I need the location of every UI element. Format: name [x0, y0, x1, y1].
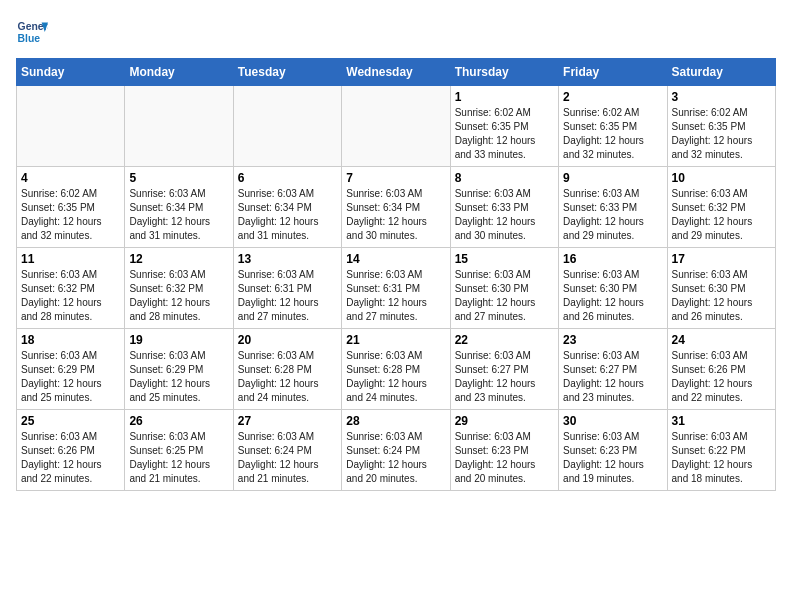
column-header-wednesday: Wednesday — [342, 59, 450, 86]
day-info: Sunrise: 6:02 AM Sunset: 6:35 PM Dayligh… — [563, 106, 662, 162]
day-info: Sunrise: 6:03 AM Sunset: 6:23 PM Dayligh… — [563, 430, 662, 486]
day-cell: 17Sunrise: 6:03 AM Sunset: 6:30 PM Dayli… — [667, 248, 775, 329]
day-info: Sunrise: 6:03 AM Sunset: 6:30 PM Dayligh… — [563, 268, 662, 324]
day-number: 13 — [238, 252, 337, 266]
day-number: 31 — [672, 414, 771, 428]
day-cell — [125, 86, 233, 167]
day-cell: 24Sunrise: 6:03 AM Sunset: 6:26 PM Dayli… — [667, 329, 775, 410]
day-cell: 23Sunrise: 6:03 AM Sunset: 6:27 PM Dayli… — [559, 329, 667, 410]
day-cell: 31Sunrise: 6:03 AM Sunset: 6:22 PM Dayli… — [667, 410, 775, 491]
day-cell: 10Sunrise: 6:03 AM Sunset: 6:32 PM Dayli… — [667, 167, 775, 248]
day-cell: 5Sunrise: 6:03 AM Sunset: 6:34 PM Daylig… — [125, 167, 233, 248]
day-number: 11 — [21, 252, 120, 266]
day-info: Sunrise: 6:03 AM Sunset: 6:33 PM Dayligh… — [455, 187, 554, 243]
day-cell: 12Sunrise: 6:03 AM Sunset: 6:32 PM Dayli… — [125, 248, 233, 329]
day-cell: 20Sunrise: 6:03 AM Sunset: 6:28 PM Dayli… — [233, 329, 341, 410]
column-header-friday: Friday — [559, 59, 667, 86]
week-row-3: 11Sunrise: 6:03 AM Sunset: 6:32 PM Dayli… — [17, 248, 776, 329]
day-cell: 7Sunrise: 6:03 AM Sunset: 6:34 PM Daylig… — [342, 167, 450, 248]
day-number: 2 — [563, 90, 662, 104]
column-header-tuesday: Tuesday — [233, 59, 341, 86]
day-cell: 4Sunrise: 6:02 AM Sunset: 6:35 PM Daylig… — [17, 167, 125, 248]
day-cell: 1Sunrise: 6:02 AM Sunset: 6:35 PM Daylig… — [450, 86, 558, 167]
day-cell: 27Sunrise: 6:03 AM Sunset: 6:24 PM Dayli… — [233, 410, 341, 491]
day-info: Sunrise: 6:03 AM Sunset: 6:34 PM Dayligh… — [238, 187, 337, 243]
day-number: 9 — [563, 171, 662, 185]
day-cell: 18Sunrise: 6:03 AM Sunset: 6:29 PM Dayli… — [17, 329, 125, 410]
day-cell: 28Sunrise: 6:03 AM Sunset: 6:24 PM Dayli… — [342, 410, 450, 491]
day-number: 5 — [129, 171, 228, 185]
day-number: 23 — [563, 333, 662, 347]
day-number: 27 — [238, 414, 337, 428]
column-header-thursday: Thursday — [450, 59, 558, 86]
day-info: Sunrise: 6:03 AM Sunset: 6:34 PM Dayligh… — [129, 187, 228, 243]
day-info: Sunrise: 6:03 AM Sunset: 6:23 PM Dayligh… — [455, 430, 554, 486]
day-info: Sunrise: 6:03 AM Sunset: 6:26 PM Dayligh… — [672, 349, 771, 405]
day-info: Sunrise: 6:03 AM Sunset: 6:22 PM Dayligh… — [672, 430, 771, 486]
week-row-1: 1Sunrise: 6:02 AM Sunset: 6:35 PM Daylig… — [17, 86, 776, 167]
day-info: Sunrise: 6:03 AM Sunset: 6:32 PM Dayligh… — [21, 268, 120, 324]
week-row-5: 25Sunrise: 6:03 AM Sunset: 6:26 PM Dayli… — [17, 410, 776, 491]
day-number: 18 — [21, 333, 120, 347]
calendar-header-row: SundayMondayTuesdayWednesdayThursdayFrid… — [17, 59, 776, 86]
column-header-monday: Monday — [125, 59, 233, 86]
day-number: 14 — [346, 252, 445, 266]
day-number: 22 — [455, 333, 554, 347]
page-header: General Blue — [16, 16, 776, 48]
svg-text:Blue: Blue — [18, 33, 41, 44]
day-number: 24 — [672, 333, 771, 347]
day-info: Sunrise: 6:03 AM Sunset: 6:30 PM Dayligh… — [455, 268, 554, 324]
day-cell — [342, 86, 450, 167]
day-number: 28 — [346, 414, 445, 428]
day-info: Sunrise: 6:02 AM Sunset: 6:35 PM Dayligh… — [21, 187, 120, 243]
day-cell: 2Sunrise: 6:02 AM Sunset: 6:35 PM Daylig… — [559, 86, 667, 167]
day-cell: 14Sunrise: 6:03 AM Sunset: 6:31 PM Dayli… — [342, 248, 450, 329]
day-number: 3 — [672, 90, 771, 104]
day-number: 21 — [346, 333, 445, 347]
day-number: 19 — [129, 333, 228, 347]
day-number: 4 — [21, 171, 120, 185]
day-info: Sunrise: 6:03 AM Sunset: 6:31 PM Dayligh… — [346, 268, 445, 324]
day-cell: 9Sunrise: 6:03 AM Sunset: 6:33 PM Daylig… — [559, 167, 667, 248]
day-cell: 30Sunrise: 6:03 AM Sunset: 6:23 PM Dayli… — [559, 410, 667, 491]
day-info: Sunrise: 6:03 AM Sunset: 6:24 PM Dayligh… — [346, 430, 445, 486]
logo: General Blue — [16, 16, 48, 48]
day-number: 8 — [455, 171, 554, 185]
day-number: 29 — [455, 414, 554, 428]
day-info: Sunrise: 6:03 AM Sunset: 6:31 PM Dayligh… — [238, 268, 337, 324]
day-info: Sunrise: 6:03 AM Sunset: 6:29 PM Dayligh… — [21, 349, 120, 405]
day-cell: 19Sunrise: 6:03 AM Sunset: 6:29 PM Dayli… — [125, 329, 233, 410]
day-cell: 21Sunrise: 6:03 AM Sunset: 6:28 PM Dayli… — [342, 329, 450, 410]
day-info: Sunrise: 6:03 AM Sunset: 6:25 PM Dayligh… — [129, 430, 228, 486]
day-info: Sunrise: 6:03 AM Sunset: 6:30 PM Dayligh… — [672, 268, 771, 324]
day-info: Sunrise: 6:03 AM Sunset: 6:32 PM Dayligh… — [672, 187, 771, 243]
day-cell — [17, 86, 125, 167]
day-cell — [233, 86, 341, 167]
day-number: 16 — [563, 252, 662, 266]
day-cell: 3Sunrise: 6:02 AM Sunset: 6:35 PM Daylig… — [667, 86, 775, 167]
day-number: 17 — [672, 252, 771, 266]
day-number: 20 — [238, 333, 337, 347]
day-info: Sunrise: 6:03 AM Sunset: 6:27 PM Dayligh… — [563, 349, 662, 405]
day-number: 7 — [346, 171, 445, 185]
day-cell: 26Sunrise: 6:03 AM Sunset: 6:25 PM Dayli… — [125, 410, 233, 491]
day-cell: 6Sunrise: 6:03 AM Sunset: 6:34 PM Daylig… — [233, 167, 341, 248]
day-cell: 13Sunrise: 6:03 AM Sunset: 6:31 PM Dayli… — [233, 248, 341, 329]
day-number: 15 — [455, 252, 554, 266]
day-cell: 29Sunrise: 6:03 AM Sunset: 6:23 PM Dayli… — [450, 410, 558, 491]
day-cell: 22Sunrise: 6:03 AM Sunset: 6:27 PM Dayli… — [450, 329, 558, 410]
day-number: 6 — [238, 171, 337, 185]
day-info: Sunrise: 6:03 AM Sunset: 6:33 PM Dayligh… — [563, 187, 662, 243]
day-info: Sunrise: 6:03 AM Sunset: 6:24 PM Dayligh… — [238, 430, 337, 486]
day-number: 10 — [672, 171, 771, 185]
day-info: Sunrise: 6:03 AM Sunset: 6:29 PM Dayligh… — [129, 349, 228, 405]
column-header-sunday: Sunday — [17, 59, 125, 86]
day-cell: 16Sunrise: 6:03 AM Sunset: 6:30 PM Dayli… — [559, 248, 667, 329]
column-header-saturday: Saturday — [667, 59, 775, 86]
day-cell: 11Sunrise: 6:03 AM Sunset: 6:32 PM Dayli… — [17, 248, 125, 329]
day-info: Sunrise: 6:03 AM Sunset: 6:28 PM Dayligh… — [238, 349, 337, 405]
week-row-2: 4Sunrise: 6:02 AM Sunset: 6:35 PM Daylig… — [17, 167, 776, 248]
day-number: 30 — [563, 414, 662, 428]
day-info: Sunrise: 6:02 AM Sunset: 6:35 PM Dayligh… — [455, 106, 554, 162]
day-info: Sunrise: 6:03 AM Sunset: 6:34 PM Dayligh… — [346, 187, 445, 243]
